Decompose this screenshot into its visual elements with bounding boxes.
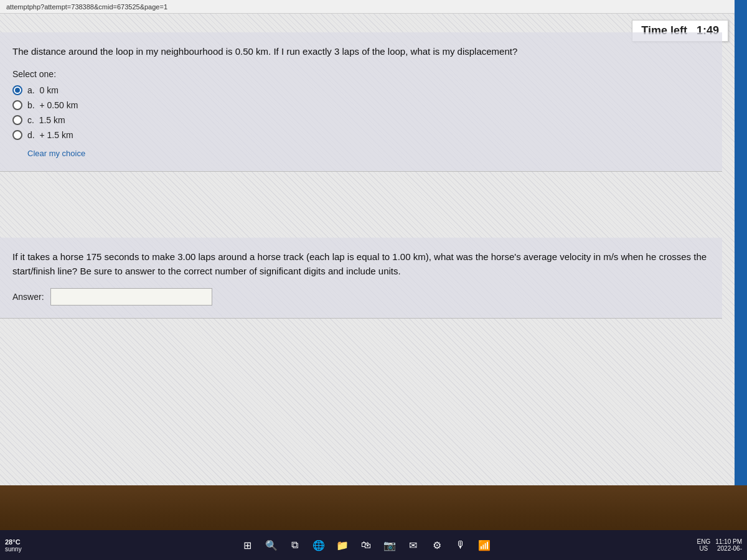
taskbar-clock: 11:10 PM 2022-06- (715, 538, 742, 552)
weather-temp: 28°C (5, 538, 30, 546)
wifi-icon[interactable]: 📶 (474, 535, 494, 555)
option-a-row[interactable]: a. 0 km (12, 85, 710, 95)
screen-area: attemptphp?attempt=738388&cmid=673525&pa… (0, 0, 747, 485)
question-2-text: If it takes a horse 175 seconds to make … (12, 250, 710, 278)
region-label: US (697, 545, 711, 552)
option-b-label: b. + 0.50 km (27, 100, 78, 110)
url-bar: attemptphp?attempt=738388&cmid=673525&pa… (0, 0, 747, 14)
option-d-row[interactable]: d. + 1.5 km (12, 130, 710, 140)
option-d-radio[interactable] (12, 130, 22, 140)
option-a-radio[interactable] (12, 85, 22, 95)
question-2-block: If it takes a horse 175 seconds to make … (0, 238, 722, 319)
camera-icon[interactable]: 📷 (380, 535, 400, 555)
clock-time: 11:10 PM (715, 538, 742, 545)
option-b-row[interactable]: b. + 0.50 km (12, 100, 710, 110)
option-c-row[interactable]: c. 1.5 km (12, 115, 710, 125)
option-b-radio[interactable] (12, 100, 22, 110)
start-icon[interactable]: ⊞ (238, 535, 258, 555)
file-icon[interactable]: 📁 (332, 535, 352, 555)
weather-desc: sunny (5, 546, 30, 553)
store-icon[interactable]: 🛍 (356, 535, 376, 555)
option-c-radio[interactable] (12, 115, 22, 125)
answer-label: Answer: (12, 292, 44, 302)
lang-label: ENG (697, 538, 711, 545)
mic-icon[interactable]: 🎙 (451, 535, 471, 555)
answer-input[interactable] (50, 288, 212, 306)
side-panel (735, 0, 747, 485)
question-1-text: The distance around the loop in my neigh… (12, 45, 710, 59)
mail-icon[interactable]: ✉ (403, 535, 423, 555)
option-c-label: c. 1.5 km (27, 115, 65, 125)
edge-icon[interactable]: 🌐 (309, 535, 329, 555)
taskbar-icons: ⊞ 🔍 ⧉ 🌐 📁 🛍 📷 ✉ ⚙ 🎙 📶 (37, 535, 695, 555)
settings-icon[interactable]: ⚙ (427, 535, 447, 555)
url-text: attemptphp?attempt=738388&cmid=673525&pa… (6, 3, 167, 11)
search-icon[interactable]: 🔍 (261, 535, 281, 555)
taskbar-right: ENG US 11:10 PM 2022-06- (697, 538, 742, 552)
option-d-label: d. + 1.5 km (27, 130, 73, 140)
option-a-label: a. 0 km (27, 85, 59, 95)
clear-choice-link[interactable]: Clear my choice (27, 149, 85, 158)
taskview-icon[interactable]: ⧉ (285, 535, 305, 555)
answer-row: Answer: (12, 288, 710, 306)
taskbar: 28°C sunny ⊞ 🔍 ⧉ 🌐 📁 🛍 📷 ✉ ⚙ 🎙 📶 ENG US … (0, 530, 747, 560)
content-area: Time left 1:49 The distance around the l… (0, 14, 735, 485)
clock-date: 2022-06- (715, 545, 742, 552)
select-one-label: Select one: (12, 69, 710, 79)
taskbar-lang: ENG US (697, 538, 711, 552)
question-1-block: The distance around the loop in my neigh… (0, 32, 722, 172)
taskbar-weather: 28°C sunny (5, 538, 30, 553)
